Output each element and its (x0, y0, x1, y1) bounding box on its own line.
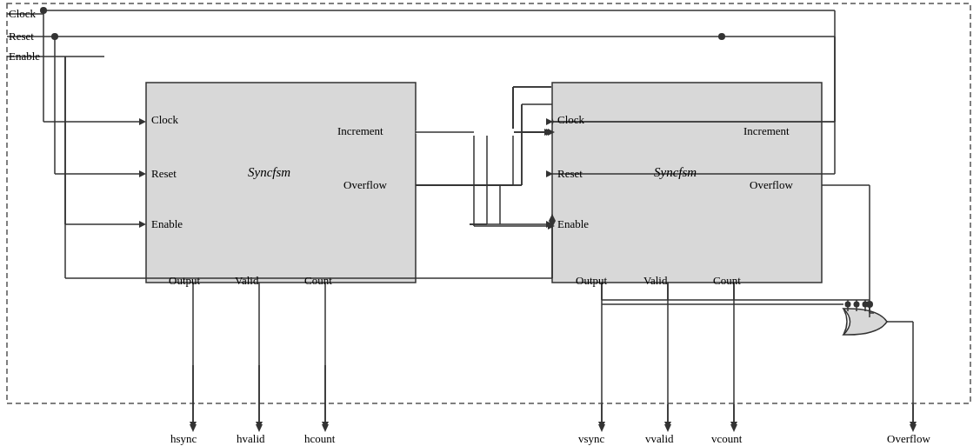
svg-marker-18 (139, 170, 146, 177)
left-valid-port: Valid (235, 274, 258, 288)
vcount-label: vcount (711, 432, 742, 446)
right-overflow-port: Overflow (750, 178, 793, 192)
vvalid-label: vvalid (645, 432, 674, 446)
right-increment-port: Increment (743, 124, 790, 138)
circuit-diagram (0, 0, 980, 446)
hcount-label: hcount (304, 432, 335, 446)
overflow-output-label: Overflow (887, 432, 930, 446)
right-valid-port: Valid (643, 274, 667, 288)
left-increment-port: Increment (337, 124, 383, 138)
left-output-port: Output (169, 274, 200, 288)
vsync-label: vsync (578, 432, 604, 446)
left-enable-port: Enable (151, 217, 183, 231)
reset-label: Reset (9, 30, 34, 43)
clock-label: Clock (9, 7, 36, 21)
svg-marker-93 (730, 424, 737, 432)
left-count-port: Count (304, 274, 332, 288)
enable-label: Enable (9, 50, 40, 63)
svg-marker-16 (139, 118, 146, 125)
left-overflow-port: Overflow (343, 178, 387, 192)
diagram-container: Clock Reset Enable Clock Reset Enable Sy… (0, 0, 980, 446)
svg-marker-92 (664, 424, 671, 432)
hvalid-label: hvalid (237, 432, 265, 446)
hsync-label: hsync (170, 432, 197, 446)
svg-rect-108 (417, 129, 556, 190)
svg-marker-91 (598, 424, 605, 432)
right-output-port: Output (576, 274, 607, 288)
right-syncfsm-label: Syncfsm (654, 165, 697, 180)
left-clock-port: Clock (151, 113, 178, 127)
svg-marker-90 (322, 424, 329, 432)
svg-marker-94 (910, 424, 917, 432)
svg-marker-89 (256, 424, 263, 432)
svg-marker-20 (139, 221, 146, 228)
right-reset-port: Reset (557, 167, 583, 181)
right-count-port: Count (713, 274, 741, 288)
left-reset-port: Reset (151, 167, 177, 181)
right-enable-port: Enable (557, 217, 589, 231)
left-syncfsm-label: Syncfsm (248, 165, 290, 180)
right-clock-port: Clock (557, 113, 584, 127)
svg-point-11 (718, 33, 725, 40)
svg-marker-88 (190, 424, 197, 432)
